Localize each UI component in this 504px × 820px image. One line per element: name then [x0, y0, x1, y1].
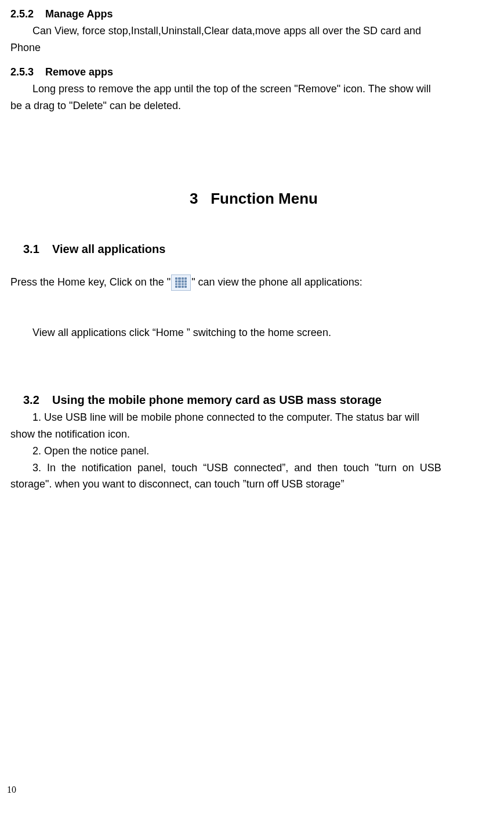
paragraph: Can View, force stop,Install,Uninstall,C…: [10, 23, 497, 39]
paragraph: Phone: [10, 39, 497, 56]
paragraph: Press the Home key, Click on the "" can …: [10, 273, 497, 291]
section-title-text: View all applications: [52, 243, 165, 255]
text-run: Press the Home key, Click on the ": [10, 276, 171, 288]
section-number: 3.1: [23, 243, 39, 255]
paragraph: Long press to remove the app until the t…: [10, 81, 497, 97]
heading-number: 2.5.3: [10, 66, 34, 78]
paragraph: View all applications click “Home ” swit…: [10, 324, 497, 341]
heading-chapter-3: 3 Function Menu: [10, 190, 497, 208]
document-page: 2.5.2 Manage Apps Can View, force stop,I…: [0, 0, 504, 801]
chapter-number: 3: [190, 190, 198, 207]
heading-3-2: 3.2 Using the mobile phone memory card a…: [23, 393, 497, 407]
paragraph: be a drag to "Delete" can be deleted.: [10, 97, 497, 114]
heading-3-1: 3.1 View all applications: [23, 243, 497, 256]
list-item-3-line1: 3. In the notification panel, touch “USB…: [10, 460, 497, 476]
heading-2-5-2: 2.5.2 Manage Apps: [10, 6, 497, 23]
chapter-title-text: Function Menu: [211, 190, 318, 207]
heading-number: 2.5.2: [10, 8, 34, 20]
list-item-3-line2: storage". when you want to disconnect, c…: [10, 476, 497, 493]
heading-title: Remove apps: [45, 66, 113, 78]
heading-2-5-3: 2.5.3 Remove apps: [10, 64, 497, 81]
list-item-1-line1: 1. Use USB line will be mobile phone con…: [10, 409, 497, 426]
section-number: 3.2: [23, 393, 39, 406]
list-item-2: 2. Open the notice panel.: [10, 443, 497, 460]
section-title-text: Using the mobile phone memory card as US…: [52, 393, 382, 406]
heading-title: Manage Apps: [45, 8, 113, 20]
text-run: " can view the phone all applications:: [191, 276, 362, 288]
page-number: 10: [7, 785, 16, 795]
apps-grid-icon: [171, 274, 191, 291]
list-item-1-line2: show the notification icon.: [10, 426, 497, 443]
